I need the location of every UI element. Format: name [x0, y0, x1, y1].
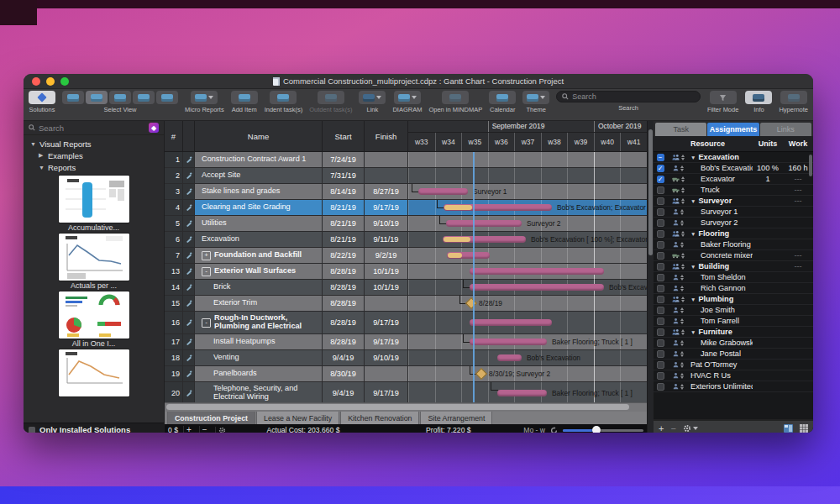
- resource-row[interactable]: Joe Smith: [654, 305, 813, 316]
- table-row[interactable]: 5Utilities8/21/199/10/19Surveyor 2: [165, 216, 647, 232]
- resource-row[interactable]: Surveyor 1: [654, 207, 813, 218]
- week-header-cell[interactable]: w39: [567, 133, 594, 151]
- report-thumbnail[interactable]: Actuals per ...: [58, 234, 130, 291]
- expand-icon[interactable]: +: [202, 251, 211, 260]
- week-header-cell[interactable]: w40: [594, 133, 621, 151]
- gantt-bar[interactable]: [470, 319, 552, 326]
- stepper-icon[interactable]: [681, 264, 685, 270]
- gantt-bar[interactable]: [447, 252, 490, 259]
- resource-checkbox[interactable]: [657, 307, 664, 314]
- disclosure-open-icon[interactable]: ▼: [690, 198, 696, 204]
- info-button[interactable]: [745, 91, 772, 104]
- column-header-units[interactable]: Units: [753, 139, 783, 148]
- resource-checkbox[interactable]: −: [657, 154, 664, 161]
- stepper-icon[interactable]: [680, 275, 684, 281]
- disclosure-open-icon[interactable]: ▼: [690, 297, 696, 302]
- milestone-diamond[interactable]: [465, 297, 477, 309]
- stepper-icon[interactable]: [680, 307, 684, 313]
- stepper-icon[interactable]: [680, 318, 684, 324]
- zoom-button[interactable]: [60, 77, 69, 86]
- table-row[interactable]: 16-Rough-In Ductwork, Plumbing and Elect…: [165, 312, 647, 334]
- week-header-cell[interactable]: w41: [620, 133, 647, 151]
- resource-checkbox[interactable]: [657, 252, 664, 260]
- report-thumbnail[interactable]: [58, 349, 130, 407]
- zoom-in-button[interactable]: +: [183, 426, 194, 433]
- timescale-label[interactable]: Mo - w: [523, 426, 545, 433]
- week-header-cell[interactable]: w38: [541, 133, 568, 151]
- resource-row[interactable]: Mike Grabowski: [654, 338, 813, 349]
- gantt-bar[interactable]: [446, 220, 522, 227]
- table-row[interactable]: 20Telephone, Security, and Electrical Wi…: [165, 382, 647, 402]
- toolbar-item-add-item[interactable]: Add Item: [231, 91, 258, 113]
- resource-checkbox[interactable]: [657, 296, 664, 303]
- minimize-button[interactable]: [46, 77, 55, 86]
- resource-checkbox[interactable]: [657, 208, 664, 216]
- resource-checkbox[interactable]: [657, 186, 664, 194]
- table-row[interactable]: 17Install Heatpumps8/28/199/17/19Baker F…: [165, 334, 647, 350]
- toolbar-item-micro-reports[interactable]: Micro Reports: [185, 91, 224, 113]
- panel-settings-gear-icon[interactable]: [683, 424, 698, 433]
- hypernote-button[interactable]: [780, 91, 807, 104]
- diagram-button[interactable]: [394, 91, 421, 104]
- resource-checkbox[interactable]: [657, 285, 664, 292]
- toolbar-item-filter-mode[interactable]: Filter Mode: [707, 91, 739, 113]
- stepper-icon[interactable]: [680, 242, 684, 248]
- gantt-bar[interactable]: [497, 390, 547, 396]
- table-row[interactable]: 1Construction Contract Award 17/24/19: [165, 152, 647, 168]
- resource-row[interactable]: Baker Flooring: [654, 239, 813, 250]
- resource-checkbox[interactable]: ✓: [657, 176, 664, 183]
- zoom-slider[interactable]: [563, 429, 643, 432]
- resource-row[interactable]: −▼Excavation: [654, 152, 813, 163]
- remove-resource-button[interactable]: −: [670, 423, 675, 433]
- resource-checkbox[interactable]: [657, 361, 664, 369]
- vertical-scrollbar-thumb[interactable]: [648, 129, 653, 255]
- column-header-finish[interactable]: Finish: [365, 121, 408, 151]
- week-header-cell[interactable]: w35: [461, 133, 488, 151]
- table-row[interactable]: 19Panelboards8/30/198/30/19; Surveyor 2: [165, 366, 647, 382]
- stepper-icon[interactable]: [681, 329, 685, 335]
- disclosure-closed-icon[interactable]: ▶: [39, 152, 45, 159]
- resource-checkbox[interactable]: [657, 263, 664, 270]
- resource-row[interactable]: ▼Surveyor---: [654, 196, 813, 207]
- resource-row[interactable]: HVAC R Us: [654, 370, 813, 381]
- stepper-icon[interactable]: [681, 297, 685, 302]
- toolbar-item-diagram[interactable]: DIAGRAM: [392, 91, 422, 113]
- toolbar-item-indent-task[interactable]: Indent task(s): [265, 91, 302, 113]
- project-tab[interactable]: Lease a New Facility: [256, 412, 339, 424]
- resource-row[interactable]: ▼Building---: [654, 261, 813, 272]
- disclosure-open-icon[interactable]: ▼: [690, 264, 696, 270]
- table-row[interactable]: 3Stake lines and grades8/14/198/27/19Sur…: [165, 184, 647, 200]
- resource-row[interactable]: ✓Excavator1---: [654, 174, 813, 185]
- resource-checkbox[interactable]: [657, 328, 664, 336]
- resource-row[interactable]: ▼Furniture: [654, 327, 813, 338]
- stepper-icon[interactable]: [680, 384, 684, 390]
- solutions-panel-icon[interactable]: ◆: [149, 123, 159, 133]
- solutions-button[interactable]: [29, 91, 55, 104]
- stepper-icon[interactable]: [681, 198, 685, 204]
- stepper-icon[interactable]: [681, 176, 685, 182]
- horizontal-scrollbar-thumb[interactable]: [166, 404, 629, 410]
- theme-button[interactable]: [522, 91, 549, 104]
- stepper-icon[interactable]: [680, 286, 684, 291]
- table-row[interactable]: 15Exterior Trim8/28/198/28/19: [165, 296, 647, 312]
- resource-sheet-icon[interactable]: [784, 424, 793, 433]
- collapse-icon[interactable]: -: [202, 318, 211, 328]
- stepper-icon[interactable]: [680, 209, 684, 215]
- refresh-icon[interactable]: [550, 427, 558, 433]
- table-row[interactable]: 4Clearing and Site Grading8/21/199/17/19…: [165, 200, 647, 216]
- sidebar-tree-item[interactable]: ▼Visual Reports: [24, 138, 164, 150]
- view-resource-usage-button[interactable]: [133, 91, 155, 104]
- gantt-bar[interactable]: [470, 339, 547, 345]
- only-installed-checkbox[interactable]: [29, 427, 35, 433]
- project-tab[interactable]: Construction Project: [167, 412, 255, 424]
- resource-row[interactable]: ▼Plumbing: [654, 294, 813, 305]
- resource-row[interactable]: Concrete mixer---: [654, 250, 813, 261]
- tab-task[interactable]: Task: [655, 123, 706, 136]
- disclosure-open-icon[interactable]: ▼: [30, 141, 36, 147]
- view-outline-button[interactable]: [62, 91, 84, 104]
- stepper-icon[interactable]: [680, 373, 684, 379]
- indent-task-button[interactable]: [270, 91, 297, 104]
- view-gantt-button[interactable]: [86, 91, 108, 104]
- toolbar-item-calendar[interactable]: Calendar: [489, 91, 516, 113]
- report-thumbnail[interactable]: All in One I...: [58, 291, 130, 349]
